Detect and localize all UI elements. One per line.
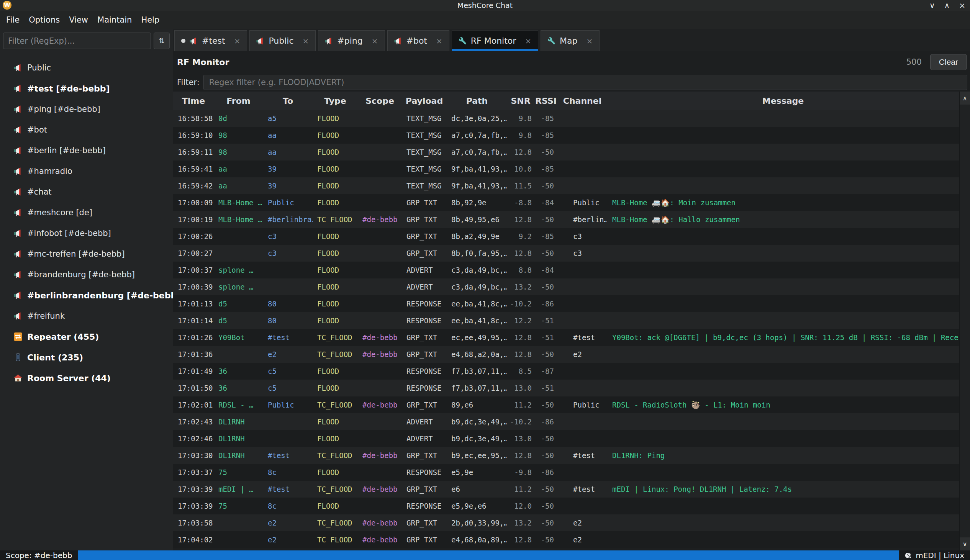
table-row[interactable]: 17:00:37splone …FLOODADVERTc3,da,49,bc,……	[173, 262, 959, 278]
maximize-button[interactable]: ∧	[944, 2, 950, 9]
sidebar-item-mc-treffen-de-bebb[interactable]: #mc-treffen [#de-bebb]	[0, 243, 173, 264]
table-row[interactable]: 17:01:14d580FLOODRESPONSEee,ba,41,8c,…12…	[173, 312, 959, 329]
cell-to	[263, 430, 313, 447]
sidebar-item-hamradio[interactable]: #hamradio	[0, 161, 173, 182]
sidebar-sort-button[interactable]: ⇅	[153, 33, 170, 49]
sidebar-item-meshcore-de[interactable]: #meshcore [de]	[0, 202, 173, 223]
table-row[interactable]: 16:59:42aa39FLOODTEXT_MSG9f,ba,41,93,…11…	[173, 177, 959, 194]
table-row[interactable]: 17:01:26Y09Bot#testTC_FLOOD#de-bebbGRP_T…	[173, 329, 959, 346]
menu-item-maintain[interactable]: Maintain	[93, 15, 137, 25]
sidebar-item-client-235[interactable]: Client (235)	[0, 347, 173, 368]
scroll-down-button[interactable]: ∨	[960, 537, 970, 550]
cell-time: 17:04:02	[173, 531, 214, 548]
minimize-button[interactable]: ∨	[929, 2, 935, 9]
tab-rf-monitor[interactable]: RF Monitor×	[452, 30, 538, 51]
table-row[interactable]: 17:03:39758cFLOODRESPONSEe5,9e,e612.0-50	[173, 498, 959, 514]
cell-path: 8b,a2,49,9e	[447, 228, 507, 245]
cell-scope: #de-bebb	[358, 329, 402, 346]
table-row[interactable]: 17:00:26c3FLOODGRP_TXT8b,a2,49,9e9.2-85c…	[173, 228, 959, 245]
cell-message: MLB-Home 🚐🏠: Moin zusammen	[607, 194, 959, 211]
menu-item-file[interactable]: File	[2, 15, 24, 25]
close-button[interactable]: ×	[959, 2, 965, 9]
table-row[interactable]: 16:59:41aa39FLOODTEXT_MSG9f,ba,41,93,…10…	[173, 160, 959, 177]
column-header-channel[interactable]: Channel	[558, 92, 607, 110]
column-header-to[interactable]: To	[263, 92, 313, 110]
cell-type: TC_FLOOD	[313, 514, 358, 531]
tab-close-icon[interactable]: ×	[587, 37, 593, 46]
table-row[interactable]: 16:59:1098aaFLOODTEXT_MSGa7,c0,7a,fb,…9.…	[173, 127, 959, 143]
table-row[interactable]: 17:03:37758cFLOODRESPONSEe5,9e-9.8-86	[173, 464, 959, 481]
table-row[interactable]: 17:00:09MLB-Home …PublicFLOODGRP_TXT8b,9…	[173, 194, 959, 211]
sidebar-item-ping-de-bebb[interactable]: #ping [#de-bebb]	[0, 99, 173, 120]
tab-map[interactable]: Map×	[540, 30, 600, 51]
column-header-type[interactable]: Type	[313, 92, 358, 110]
sidebar-item-repeater-455[interactable]: Repeater (455)	[0, 327, 173, 347]
menu-item-help[interactable]: Help	[137, 15, 164, 25]
tab-public[interactable]: Public×	[249, 30, 316, 51]
column-header-snr[interactable]: SNR	[507, 92, 534, 110]
table-row[interactable]: 16:59:1198aaFLOODTEXT_MSGa7,c0,7a,fb,…12…	[173, 143, 959, 160]
table-row[interactable]: 16:58:580da5FLOODTEXT_MSGdc,3e,0a,25,…9.…	[173, 110, 959, 127]
tab-test[interactable]: #test×	[174, 30, 247, 51]
menu-item-options[interactable]: Options	[24, 15, 64, 25]
table-row[interactable]: 17:03:58e2TC_FLOOD#de-bebbGRP_TXT2b,d0,3…	[173, 514, 959, 531]
sidebar-filter-input[interactable]	[3, 33, 151, 49]
cell-from: Y09Bot	[214, 329, 263, 346]
table-row[interactable]: 17:00:19MLB-Home …#berlinbra…TC_FLOOD#de…	[173, 211, 959, 228]
table-row[interactable]: 17:01:13d580FLOODRESPONSEee,ba,41,8c,…-1…	[173, 295, 959, 312]
cell-time: 17:00:09	[173, 194, 214, 211]
tab-ping[interactable]: #ping×	[318, 30, 385, 51]
table-row[interactable]: 17:02:01RDSL - …PublicTC_FLOOD#de-bebbGR…	[173, 397, 959, 413]
tab-close-icon[interactable]: ×	[303, 37, 309, 46]
sidebar-item-berlinbrandenburg-de-bebb[interactable]: #berlinbrandenburg [#de-bebb]	[0, 285, 173, 306]
tab-bot[interactable]: #bot×	[387, 30, 449, 51]
sidebar-item-bot[interactable]: #bot	[0, 120, 173, 140]
sidebar-item-berlin-de-bebb[interactable]: #berlin [#de-bebb]	[0, 140, 173, 161]
cell-path: e4,68,0a,89,…	[447, 531, 507, 548]
cell-scope	[358, 498, 402, 514]
tab-close-icon[interactable]: ×	[234, 37, 241, 46]
cell-path: 8b,92,9e	[447, 194, 507, 211]
tab-close-icon[interactable]: ×	[372, 37, 378, 46]
tab-close-icon[interactable]: ×	[525, 37, 532, 46]
table-row[interactable]: 17:00:39splone …FLOODADVERTc3,da,49,bc,……	[173, 278, 959, 295]
sidebar-item-infobot-de-bebb[interactable]: #infobot [#de-bebb]	[0, 223, 173, 243]
scroll-up-button[interactable]: ∧	[960, 92, 970, 105]
sidebar-item-brandenburg-de-bebb[interactable]: #brandenburg [#de-bebb]	[0, 264, 173, 285]
sidebar-item-room-server-44[interactable]: Room Server (44)	[0, 368, 173, 388]
menu-item-view[interactable]: View	[64, 15, 93, 25]
table-row[interactable]: 17:03:30DL1RNH#testTC_FLOOD#de-bebbGRP_T…	[173, 447, 959, 464]
column-header-scope[interactable]: Scope	[358, 92, 402, 110]
table-row[interactable]: 17:04:02e2TC_FLOOD#de-bebbGRP_TXTe4,68,0…	[173, 531, 959, 548]
table-row[interactable]: 17:01:5036c5FLOODRESPONSEf7,b3,07,11,…13…	[173, 380, 959, 397]
column-header-rssi[interactable]: RSSI	[534, 92, 558, 110]
vertical-scrollbar[interactable]: ∧ ∨	[959, 92, 970, 550]
table-row[interactable]: 17:02:46DL1RNHFLOODADVERTb9,dc,3e,49,…13…	[173, 430, 959, 447]
megaphone-icon	[14, 291, 22, 300]
tab-close-icon[interactable]: ×	[436, 37, 442, 46]
table-row[interactable]: 17:02:43DL1RNHFLOODADVERTb9,dc,3e,49,…-1…	[173, 413, 959, 430]
sidebar-item-public[interactable]: Public	[0, 57, 173, 78]
column-header-payload[interactable]: Payload	[402, 92, 447, 110]
sidebar-item-chat[interactable]: #chat	[0, 182, 173, 202]
table-row[interactable]: 17:01:36e2TC_FLOOD#de-bebbGRP_TXTe4,68,a…	[173, 346, 959, 363]
sidebar-item-freifunk[interactable]: #freifunk	[0, 306, 173, 327]
cell-to: 39	[263, 160, 313, 177]
column-header-time[interactable]: Time	[173, 92, 214, 110]
tab-label: Map	[560, 36, 577, 46]
table-row[interactable]: 17:00:27c3FLOODGRP_TXT8b,f0,fa,95,…12.8-…	[173, 245, 959, 262]
column-header-path[interactable]: Path	[447, 92, 507, 110]
sidebar-item-test-de-bebb[interactable]: #test [#de-bebb]	[0, 78, 173, 99]
cell-message: RDSL - RadioSloth 🦥 - L1: Moin moin	[607, 397, 959, 413]
cell-payload: GRP_TXT	[402, 447, 447, 464]
cell-path: dc,3e,0a,25,…	[447, 110, 507, 127]
rf-filter-input[interactable]	[203, 75, 967, 90]
clear-button[interactable]: Clear	[930, 54, 967, 70]
table-row[interactable]: 17:03:39mEDI | …#testTC_FLOOD#de-bebbGRP…	[173, 481, 959, 498]
column-header-message[interactable]: Message	[607, 92, 959, 110]
cell-time: 17:00:39	[173, 278, 214, 295]
sidebar-item-label: #berlinbrandenburg [#de-bebb]	[27, 291, 180, 300]
table-row[interactable]: 17:01:4936c5FLOODRESPONSEf7,b3,07,11,…8.…	[173, 363, 959, 380]
cell-to: 80	[263, 295, 313, 312]
column-header-from[interactable]: From	[214, 92, 263, 110]
